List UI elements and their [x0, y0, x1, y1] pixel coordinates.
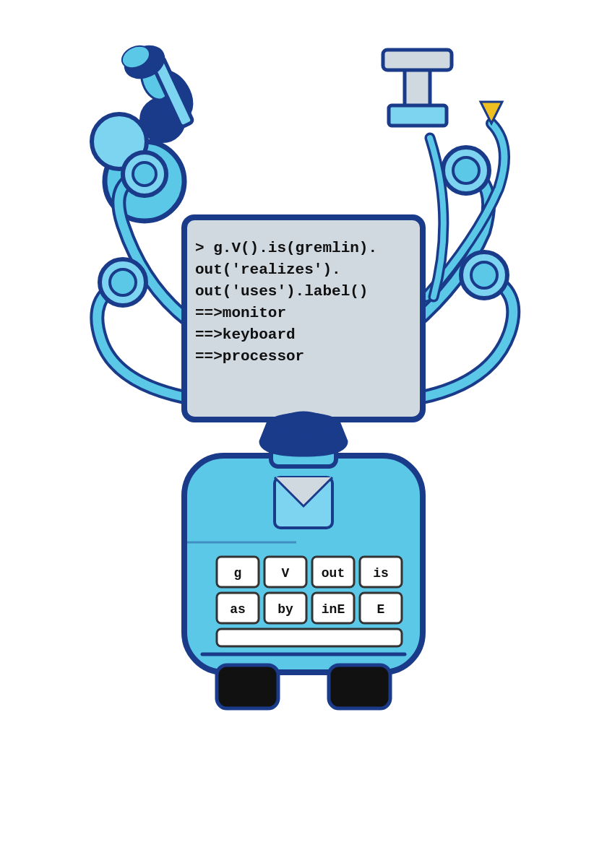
svg-point-10	[453, 157, 479, 183]
svg-point-8	[133, 162, 156, 186]
svg-text:inE: inE	[322, 602, 345, 617]
svg-point-6	[110, 269, 136, 295]
svg-marker-13	[481, 102, 502, 123]
robot-svg: > g.V().is(gremlin). out('realizes'). ou…	[51, 37, 556, 831]
svg-text:out: out	[322, 566, 345, 581]
svg-text:E: E	[377, 602, 385, 617]
svg-rect-40	[217, 629, 402, 646]
svg-rect-42	[217, 665, 278, 708]
svg-rect-15	[383, 50, 452, 70]
svg-rect-43	[329, 665, 390, 708]
svg-text:by: by	[277, 602, 293, 617]
svg-rect-16	[389, 105, 447, 126]
svg-point-46	[267, 412, 340, 434]
svg-text:V: V	[282, 566, 290, 581]
svg-text:as: as	[230, 602, 246, 617]
svg-point-12	[471, 262, 497, 288]
svg-text:is: is	[373, 566, 389, 581]
main-illustration: > g.V().is(gremlin). out('realizes'). ou…	[51, 37, 556, 831]
svg-text:g: g	[234, 566, 242, 581]
